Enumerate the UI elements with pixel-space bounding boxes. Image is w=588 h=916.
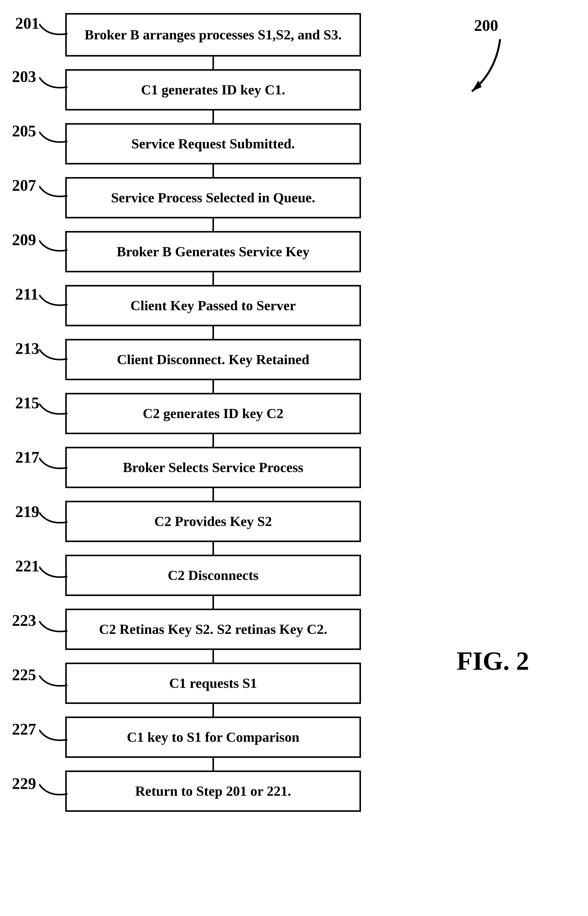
- flowchart: Broker B arranges processes S1,S2, and S…: [57, 13, 370, 812]
- step-box: C1 requests S1: [65, 662, 361, 704]
- leader-line: [39, 75, 69, 92]
- step-227: C1 key to S1 for Comparison: [57, 717, 370, 771]
- step-201: Broker B arranges processes S1,S2, and S…: [57, 13, 370, 69]
- leader-line: [39, 184, 69, 201]
- step-box: C2 Retinas Key S2. S2 retinas Key C2.: [65, 609, 361, 650]
- step-213: Client Disconnect. Key Retained: [57, 339, 370, 393]
- connector: [212, 488, 214, 501]
- leader-line: [39, 564, 69, 582]
- connector: [212, 326, 214, 339]
- pointer-arrow-icon: [457, 37, 511, 102]
- ref-label-205: 205: [12, 122, 36, 140]
- step-209: Broker B Generates Service Key: [57, 231, 370, 285]
- connector: [212, 165, 214, 177]
- step-text: Client Key Passed to Server: [131, 297, 296, 314]
- ref-label-213: 213: [15, 339, 39, 358]
- ref-label-207: 207: [12, 176, 36, 195]
- step-text: Service Request Submitted.: [131, 136, 295, 152]
- step-text: C1 requests S1: [169, 675, 257, 691]
- ref-label-217: 217: [15, 448, 39, 467]
- ref-label-219: 219: [15, 502, 39, 521]
- step-text: C2 generates ID key C2: [143, 405, 284, 422]
- connector: [212, 57, 214, 69]
- leader-line: [39, 347, 69, 364]
- step-text: C2 Provides Key S2: [154, 513, 272, 530]
- step-223: C2 Retinas Key S2. S2 retinas Key C2.: [57, 609, 370, 662]
- step-box: Client Key Passed to Server: [65, 285, 361, 326]
- step-box: Service Request Submitted.: [65, 123, 361, 165]
- step-text: C2 Retinas Key S2. S2 retinas Key C2.: [99, 621, 327, 637]
- connector: [212, 704, 214, 717]
- leader-line: [39, 673, 69, 691]
- ref-label-223: 223: [12, 611, 36, 630]
- leader-line: [39, 619, 69, 636]
- step-text: Service Process Selected in Queue.: [111, 190, 315, 206]
- leader-line: [39, 728, 69, 745]
- step-text: C2 Disconnects: [168, 567, 258, 583]
- step-box: C2 Disconnects: [65, 555, 361, 596]
- connector: [212, 110, 214, 123]
- step-box: Broker B Generates Service Key: [65, 231, 361, 272]
- step-box: C1 generates ID key C1.: [65, 69, 361, 110]
- leader-line: [39, 401, 69, 419]
- step-text: C1 generates ID key C1.: [141, 82, 285, 98]
- leader-line: [39, 129, 69, 147]
- leader-line: [39, 456, 69, 473]
- step-225: C1 requests S1: [57, 662, 370, 717]
- ref-label-215: 215: [15, 394, 39, 412]
- connector: [212, 596, 214, 609]
- connector: [212, 434, 214, 447]
- step-text: Client Disconnect. Key Retained: [117, 352, 309, 368]
- step-text: Broker Selects Service Process: [123, 459, 303, 475]
- step-229: Return to Step 201 or 221.: [57, 771, 370, 812]
- step-box: Service Process Selected in Queue.: [65, 177, 361, 218]
- step-207: Service Process Selected in Queue.: [57, 177, 370, 231]
- ref-label-211: 211: [15, 285, 39, 304]
- step-205: Service Request Submitted.: [57, 123, 370, 177]
- leader-line: [39, 292, 69, 310]
- leader-line: [39, 510, 69, 528]
- ref-label-227: 227: [12, 720, 36, 738]
- connector: [212, 650, 214, 662]
- step-203: C1 generates ID key C1.: [57, 69, 370, 123]
- step-box: Client Disconnect. Key Retained: [65, 339, 361, 380]
- step-box: C2 generates ID key C2: [65, 393, 361, 434]
- step-219: C2 Provides Key S2: [57, 501, 370, 555]
- leader-line: [39, 782, 69, 800]
- step-211: Client Key Passed to Server: [57, 285, 370, 339]
- leader-line: [39, 238, 69, 255]
- connector: [212, 758, 214, 771]
- ref-label-209: 209: [12, 231, 36, 249]
- ref-label-201: 201: [15, 14, 39, 32]
- connector: [212, 380, 214, 393]
- step-217: Broker Selects Service Process: [57, 447, 370, 501]
- figure-caption: FIG. 2: [457, 646, 529, 676]
- ref-label-221: 221: [15, 557, 39, 575]
- leader-line: [39, 22, 69, 39]
- step-box: C2 Provides Key S2: [65, 501, 361, 542]
- ref-label-225: 225: [12, 666, 36, 684]
- step-text: C1 key to S1 for Comparison: [127, 729, 299, 745]
- step-box: Broker Selects Service Process: [65, 447, 361, 488]
- step-text: Broker B arranges processes S1,S2, and S…: [85, 27, 342, 43]
- connector: [212, 542, 214, 555]
- step-box: C1 key to S1 for Comparison: [65, 717, 361, 758]
- ref-label-229: 229: [12, 774, 36, 793]
- step-text: Return to Step 201 or 221.: [135, 783, 291, 799]
- ref-label-200: 200: [474, 16, 498, 35]
- step-box: Broker B arranges processes S1,S2, and S…: [65, 13, 361, 57]
- step-221: C2 Disconnects: [57, 555, 370, 609]
- step-215: C2 generates ID key C2: [57, 393, 370, 447]
- ref-label-203: 203: [12, 68, 36, 86]
- connector: [212, 272, 214, 285]
- step-box: Return to Step 201 or 221.: [65, 771, 361, 812]
- connector: [212, 218, 214, 231]
- step-text: Broker B Generates Service Key: [117, 244, 309, 260]
